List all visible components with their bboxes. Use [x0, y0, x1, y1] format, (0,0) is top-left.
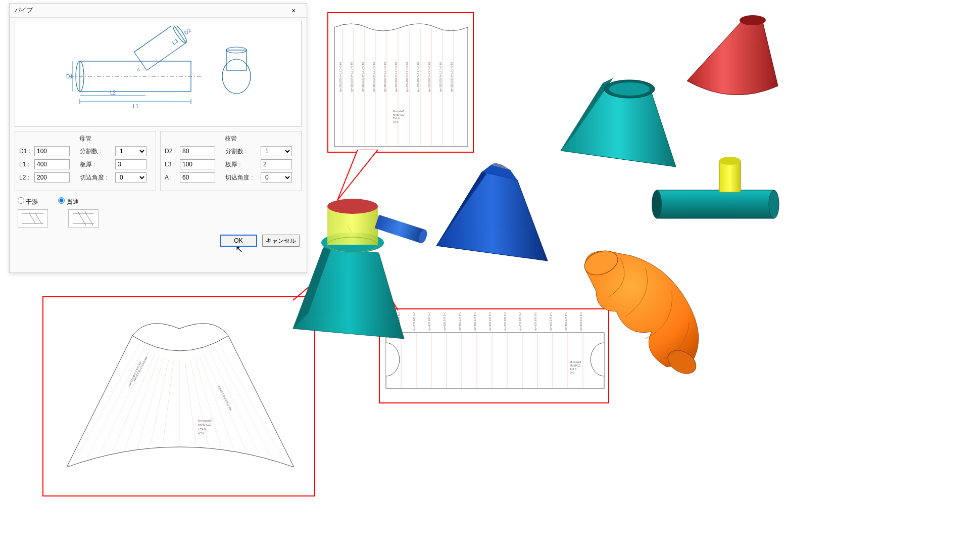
dev-line-label: Ap=150.978 B=2 D=0.60 [519, 312, 522, 331]
callout-rect-development: Ap=150.978 B=0.2 D=0.60 Ap=150.978 B=0.2… [327, 12, 474, 153]
schematic-diagram: L1 L2 D1 A L3 D2 [15, 21, 302, 127]
radio-through[interactable]: 貫通 [58, 197, 78, 206]
d1-input[interactable] [34, 146, 70, 156]
svg-line-53 [137, 358, 164, 448]
cursor-icon: ↖ [235, 244, 243, 255]
l2-input[interactable] [34, 172, 70, 183]
group-main-pipe: 母管 D1 : 分割数 : 1 L1 : 板厚 : L2 : 切込角度 : 0 [15, 131, 156, 191]
dialog-buttons: OK ↖ キャンセル [10, 231, 307, 251]
dev-line-label: Ap=150.978 B=0.2 D=0.60 [417, 62, 420, 92]
model-blue-hopper [426, 145, 568, 271]
branch-split-select[interactable]: 1 [261, 146, 292, 156]
svg-line-48 [74, 343, 140, 462]
dev-line-label: Ap=150.978 B=2 D=0.60 [488, 312, 492, 331]
svg-point-82 [740, 15, 766, 25]
svg-rect-86 [719, 161, 741, 192]
svg-line-57 [185, 360, 196, 445]
d1-label: D1 : [19, 148, 34, 155]
thumb-through[interactable] [68, 209, 99, 228]
pipe-dialog: パイプ × L1 L2 D1 A L3 D2 [9, 3, 307, 273]
ok-button[interactable]: OK ↖ [220, 235, 257, 247]
dev-meta: T=1.6 [198, 427, 206, 430]
svg-rect-83 [657, 190, 774, 218]
svg-line-49 [87, 346, 145, 458]
dim-d1: D1 [66, 74, 73, 79]
svg-point-85 [652, 190, 662, 218]
model-tee-pipe [652, 147, 783, 238]
l3-label: L3 : [165, 161, 180, 168]
group-branch-title: 枝管 [165, 134, 297, 143]
mode-radios: 干渉 貫通 [10, 191, 307, 209]
model-red-cone [677, 5, 788, 106]
dev-line-label: Ap=150.978 B=2 D=0.60 [458, 312, 461, 331]
svg-point-87 [719, 157, 741, 165]
dev-meta: Q=1 [198, 431, 204, 434]
main-angle-label: 切込角度 : [80, 173, 115, 182]
thumb-interfere[interactable] [18, 209, 48, 228]
dev-meta: T=1.6 [393, 117, 400, 120]
dev-meta: M-model0 [198, 419, 212, 422]
branch-thick-label: 板厚 : [225, 160, 261, 169]
svg-point-84 [769, 190, 779, 218]
arc-label: Ap=22.5 B=0.2 D=0.995 [128, 360, 142, 386]
main-thick-label: 板厚 : [80, 160, 115, 169]
main-split-label: 分割数 : [80, 147, 115, 156]
a-label: A : [165, 174, 180, 181]
dim-l2: L2 [110, 90, 116, 96]
dev-line-label: Ap=150.978 B=2 D=0.60 [504, 312, 507, 331]
svg-line-63 [214, 346, 272, 458]
dev-line-label: Ap=150.978 B=0.2 D=0.60 [350, 62, 353, 92]
svg-marker-74 [436, 172, 548, 261]
d2-input[interactable] [180, 146, 215, 156]
mode-thumbnails [10, 209, 307, 231]
dim-d2: D2 [183, 27, 192, 36]
dev-meta: M-model0 [393, 110, 404, 113]
dev-line-label: Ap=150.978 B=0.2 D=0.60 [383, 62, 386, 92]
arc-label: Ap=22.5 B=0.2 D=0.995 [218, 385, 232, 411]
callout-fan-development: Ap=22.5 B=0.2 D=0.995 Ap=22.5 B=0.2 D=0.… [42, 296, 315, 496]
dialog-titlebar: パイプ × [10, 4, 307, 18]
model-orange-elbow [566, 236, 727, 382]
dev-line-label: Ap=150.978 B=2 D=0.60 [473, 312, 476, 331]
svg-line-55 [163, 360, 174, 445]
branch-thick-input[interactable] [261, 159, 292, 169]
branch-angle-label: 切込角度 : [225, 173, 261, 182]
dev-line-label: Ap=150.978 B=0.2 D=0.60 [395, 62, 398, 92]
radio-interfere[interactable]: 干渉 [18, 197, 38, 206]
svg-line-15 [29, 213, 35, 223]
svg-line-61 [204, 353, 247, 452]
svg-line-16 [35, 213, 41, 223]
svg-line-52 [125, 356, 159, 450]
svg-line-59 [195, 358, 221, 448]
dev-line-label: Ap=150.978 B=0.2 D=0.60 [450, 62, 453, 92]
dev-line-label: Ap=150.978 B=2 D=0.60 [549, 312, 552, 331]
l2-label: L2 : [19, 174, 34, 181]
svg-rect-72 [375, 215, 425, 243]
dev-meta: MVSPCC [393, 113, 404, 116]
parameter-groups: 母管 D1 : 分割数 : 1 L1 : 板厚 : L2 : 切込角度 : 0 … [10, 131, 307, 191]
l1-label: L1 : [19, 161, 34, 168]
branch-split-label: 分割数 : [225, 147, 261, 156]
close-icon[interactable]: × [283, 5, 304, 16]
dim-a: A [137, 67, 140, 72]
main-angle-select[interactable]: 0 [115, 172, 146, 183]
arc-label: Ap=22.5 B=0.2 D=0.995 [133, 356, 149, 382]
svg-point-70 [327, 199, 378, 214]
a-input[interactable] [180, 172, 215, 183]
main-split-select[interactable]: 1 [115, 146, 146, 156]
l3-input[interactable] [180, 159, 215, 169]
dev-line-label: Ap=150.978 B=0.2 D=0.60 [428, 62, 431, 92]
dim-l3: L3 [171, 38, 179, 46]
dev-line-label: Ap=150.978 B=2 D=0.60 [443, 312, 446, 331]
dialog-title: パイプ [15, 6, 33, 15]
dev-meta: MVSPCC [198, 423, 211, 426]
svg-point-81 [609, 82, 650, 96]
l1-input[interactable] [34, 159, 70, 169]
main-thick-input[interactable] [115, 159, 146, 169]
dev-line-label: Ap=150.978 B=0.2 D=0.60 [439, 62, 442, 92]
svg-line-51 [112, 353, 155, 452]
model-frustum-assembly [278, 182, 429, 344]
branch-angle-select[interactable]: 0 [261, 172, 292, 183]
dev-meta: Q=1 [393, 120, 398, 123]
dev-line-label: Ap=150.978 B=0.2 D=0.60 [406, 62, 409, 92]
